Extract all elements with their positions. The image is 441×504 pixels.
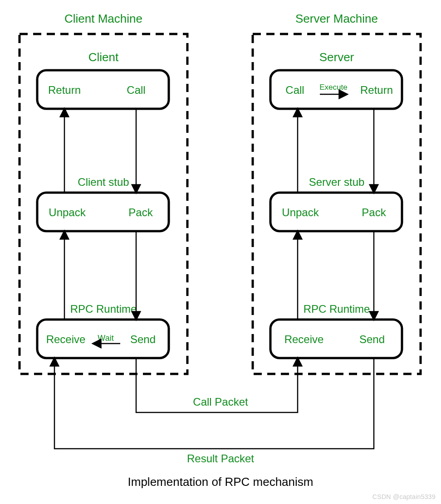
server-stub-pack: Pack xyxy=(362,206,386,218)
server-machine-title: Server Machine xyxy=(295,12,378,25)
server-execute-label: Execute xyxy=(319,83,347,92)
diagram-caption: Implementation of RPC mechanism xyxy=(128,475,314,489)
client-runtime-wait: Wait xyxy=(98,334,113,343)
watermark-text: CSDN @captain5339 xyxy=(372,493,436,500)
server-stub-unpack: Unpack xyxy=(282,206,319,218)
server-return-label: Return xyxy=(360,84,393,96)
client-runtime-title: RPC Runtime xyxy=(70,303,137,315)
client-runtime-receive: Receive xyxy=(46,333,86,345)
client-title: Client xyxy=(88,50,119,64)
client-stub-unpack: Unpack xyxy=(49,206,86,218)
server-runtime-receive: Receive xyxy=(284,333,324,345)
call-packet-label: Call Packet xyxy=(193,396,248,408)
client-runtime-send: Send xyxy=(130,333,156,345)
server-title: Server xyxy=(319,50,354,64)
server-runtime-send: Send xyxy=(359,333,385,345)
result-packet-label: Result Packet xyxy=(187,452,254,465)
server-call-label: Call xyxy=(285,84,304,96)
client-machine-title: Client Machine xyxy=(64,12,142,25)
diagram-canvas: Client Machine Client Return Call Client… xyxy=(0,0,441,504)
server-runtime-title: RPC Runtime xyxy=(304,303,370,315)
client-return-label: Return xyxy=(48,84,81,96)
server-stub-title: Server stub xyxy=(309,176,365,188)
client-machine-box xyxy=(20,34,187,374)
client-stub-pack: Pack xyxy=(128,206,153,218)
client-call-label: Call xyxy=(127,84,145,96)
rpc-diagram-svg: Client Machine Client Return Call Client… xyxy=(0,0,441,504)
client-stub-title: Client stub xyxy=(78,176,129,188)
